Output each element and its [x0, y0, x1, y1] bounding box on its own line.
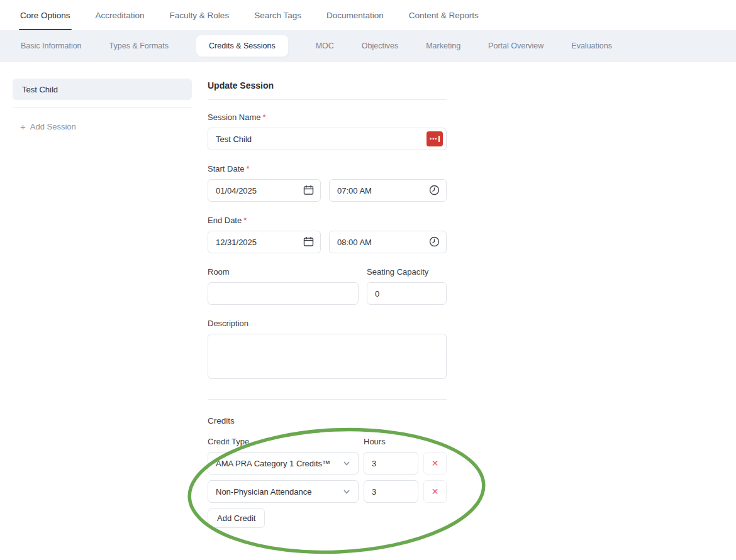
required-asterisk: *: [263, 113, 266, 122]
session-name-input[interactable]: [208, 128, 447, 150]
description-label: Description: [208, 319, 447, 328]
lastpass-autofill-icon[interactable]: •••: [427, 131, 443, 146]
subtab-types-formats[interactable]: Types & Formats: [109, 41, 169, 50]
tab-core-options[interactable]: Core Options: [19, 2, 72, 28]
tab-faculty-roles[interactable]: Faculty & Roles: [169, 2, 231, 28]
credit-row: AMA PRA Category 1 Credits™ ✕: [208, 452, 447, 475]
room-field: Room: [208, 267, 359, 305]
sidebar-divider: [13, 107, 192, 108]
room-input[interactable]: [208, 282, 359, 305]
end-date-label-text: End Date: [208, 216, 242, 225]
tab-documentation[interactable]: Documentation: [325, 2, 385, 28]
end-date-label: End Date*: [208, 216, 447, 225]
credits-section: Credits Credit Type Hours AMA PRA Catego…: [208, 416, 447, 528]
tab-content-reports[interactable]: Content & Reports: [408, 2, 480, 28]
subtab-moc[interactable]: MOC: [316, 41, 334, 50]
credit-hours-input[interactable]: [364, 452, 418, 475]
start-time-input-wrap: [329, 179, 447, 202]
room-seating-row: Room Seating Capacity: [208, 267, 447, 305]
credit-type-value: Non-Physician Attendance: [216, 487, 311, 497]
primary-nav: Core Options Accreditation Faculty & Rol…: [0, 0, 736, 29]
chevron-down-icon: [343, 488, 350, 495]
credit-type-value: AMA PRA Category 1 Credits™: [216, 459, 330, 468]
calendar-icon[interactable]: [303, 236, 314, 247]
description-textarea[interactable]: [208, 334, 447, 379]
subtab-marketing[interactable]: Marketing: [426, 41, 460, 50]
end-date-input-wrap: [208, 231, 321, 253]
session-name-field: Session Name* •••: [208, 113, 447, 150]
session-list-item[interactable]: Test Child: [13, 79, 192, 100]
end-time-input-wrap: [329, 231, 447, 253]
required-asterisk: *: [247, 164, 250, 173]
credits-section-label: Credits: [208, 416, 447, 425]
required-asterisk: *: [243, 216, 247, 225]
sessions-sidebar: Test Child + Add Session: [13, 79, 192, 131]
credit-type-header: Credit Type: [208, 437, 364, 446]
credit-hours-input[interactable]: [364, 480, 418, 503]
chevron-down-icon: [343, 459, 350, 467]
tab-accreditation[interactable]: Accreditation: [94, 2, 146, 28]
add-session-label: Add Session: [30, 122, 76, 131]
session-name-label-text: Session Name: [208, 113, 261, 122]
clock-icon[interactable]: [429, 185, 440, 195]
subtab-basic-information[interactable]: Basic Information: [21, 41, 82, 50]
start-date-input-wrap: [208, 179, 321, 202]
add-credit-button[interactable]: Add Credit: [208, 508, 265, 528]
subtab-credits-sessions[interactable]: Credits & Sessions: [196, 35, 288, 57]
close-icon: ✕: [432, 486, 439, 497]
add-session-button[interactable]: + Add Session: [13, 122, 192, 131]
plus-icon: +: [20, 122, 26, 131]
seating-capacity-field: Seating Capacity: [367, 267, 447, 305]
start-date-label-text: Start Date: [208, 164, 245, 173]
autofill-dots: •••: [430, 136, 437, 142]
close-icon: ✕: [432, 458, 439, 468]
calendar-icon[interactable]: [303, 185, 314, 195]
remove-credit-button[interactable]: ✕: [423, 480, 447, 503]
end-date-field: End Date*: [208, 216, 447, 253]
hours-header: Hours: [364, 437, 386, 446]
credit-type-select[interactable]: AMA PRA Category 1 Credits™: [208, 452, 359, 475]
update-session-form: Update Session Session Name* ••• Start D…: [208, 80, 447, 528]
seating-capacity-input[interactable]: [367, 282, 447, 305]
credit-type-select[interactable]: Non-Physician Attendance: [208, 480, 359, 503]
subtab-objectives[interactable]: Objectives: [362, 41, 398, 50]
title-divider: [208, 99, 447, 100]
description-field: Description: [208, 319, 447, 382]
clock-icon[interactable]: [429, 236, 440, 247]
session-name-label: Session Name*: [208, 113, 447, 122]
start-date-field: Start Date*: [208, 164, 447, 202]
seating-capacity-label: Seating Capacity: [367, 267, 447, 277]
subtab-portal-overview[interactable]: Portal Overview: [488, 41, 544, 50]
secondary-nav: Basic Information Types & Formats Credit…: [0, 30, 736, 62]
credits-divider: [208, 399, 447, 400]
page-title: Update Session: [208, 80, 447, 91]
subtab-evaluations[interactable]: Evaluations: [571, 41, 612, 50]
remove-credit-button[interactable]: ✕: [423, 452, 447, 475]
start-date-label: Start Date*: [208, 164, 447, 173]
room-label: Room: [208, 267, 359, 277]
tab-search-tags[interactable]: Search Tags: [253, 2, 303, 28]
credit-row: Non-Physician Attendance ✕: [208, 480, 447, 503]
autofill-cursor-bar: [438, 136, 440, 142]
